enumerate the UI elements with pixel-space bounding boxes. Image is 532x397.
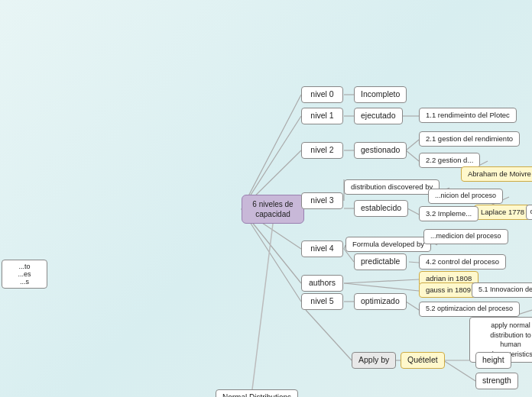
node-abraham[interactable]: Abraham de Moivre <box>461 166 532 182</box>
mindmap: 6 niveles de capacidad nivel 0 nivel 1 n… <box>0 0 532 397</box>
node-laplace[interactable]: Laplace 1778 <box>474 205 531 220</box>
node-definicion[interactable]: ...nicion del proceso <box>428 189 503 204</box>
node-impl32[interactable]: 3.2 Impleme... <box>419 206 478 221</box>
node-level1[interactable]: nivel 1 <box>301 108 343 124</box>
svg-line-30 <box>306 310 352 360</box>
node-gauss[interactable]: gauss in 1809 <box>419 282 478 298</box>
node-authors[interactable]: authors <box>301 275 343 292</box>
node-strength[interactable]: strength <box>475 373 518 389</box>
left-panel-line3: ...s <box>5 278 44 286</box>
central-node: 6 niveles de capacidad <box>242 195 304 224</box>
svg-line-24 <box>344 279 419 283</box>
node-level4[interactable]: nivel 4 <box>301 240 343 257</box>
node-level0[interactable]: nivel 0 <box>301 86 343 103</box>
svg-line-0 <box>242 95 301 209</box>
node-ejecutado[interactable]: ejecutado <box>354 108 403 124</box>
node-establecido[interactable]: establecido <box>354 200 408 217</box>
svg-line-12 <box>406 150 419 161</box>
left-panel-line1: ...to <box>5 263 44 270</box>
svg-line-25 <box>344 283 419 291</box>
node-normal-dist[interactable]: Normal Distributions <box>216 389 298 397</box>
node-level3[interactable]: nivel 3 <box>301 192 343 209</box>
node-incompleto[interactable]: Incompleto <box>354 86 407 103</box>
left-panel: ...to ...es ...s <box>2 260 47 289</box>
svg-line-28 <box>406 302 419 310</box>
node-gestion-rend[interactable]: 2.1 gestion del rendimiento <box>419 131 520 147</box>
node-medicion[interactable]: ...medicion del proceso <box>423 229 508 244</box>
node-formula[interactable]: Formula developed by <box>345 237 431 252</box>
node-rendimiento[interactable]: 1.1 rendimeinto del Plotec <box>419 108 517 123</box>
node-control42[interactable]: 4.2 control del proceso <box>419 254 506 270</box>
node-gestionado[interactable]: gestionado <box>354 142 407 159</box>
node-apply-by[interactable]: Apply by <box>352 352 396 369</box>
node-level2[interactable]: nivel 2 <box>301 142 343 159</box>
svg-line-19 <box>407 208 419 215</box>
node-optimizado[interactable]: optimizado <box>354 293 407 310</box>
node-optimizacion5[interactable]: 5.2 optimizacion del proceso <box>419 302 520 317</box>
svg-line-33 <box>443 360 475 381</box>
svg-line-23 <box>409 262 419 263</box>
left-panel-line2: ...es <box>5 270 44 278</box>
node-level5[interactable]: nivel 5 <box>301 293 343 310</box>
svg-line-11 <box>406 140 419 150</box>
node-dist-by[interactable]: distribution discovered by <box>344 179 440 195</box>
node-quetelet[interactable]: Quételet <box>401 352 445 369</box>
node-predictable[interactable]: predictable <box>354 253 407 270</box>
node-impl-right[interactable]: o <box>526 205 532 220</box>
node-innovacion[interactable]: 5.1 Innovacion del proceso <box>472 282 532 298</box>
node-height[interactable]: height <box>475 352 511 369</box>
